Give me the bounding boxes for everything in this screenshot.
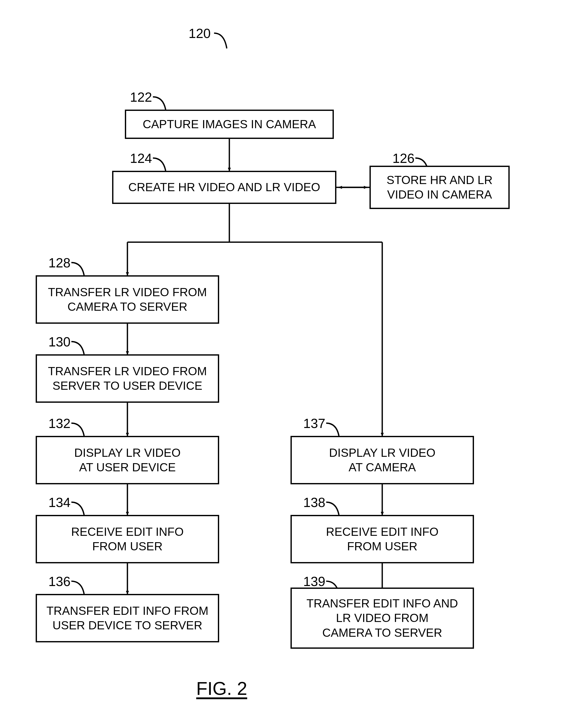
- node-receive-edit-camera: RECEIVE EDIT INFO FROM USER: [290, 515, 474, 563]
- node-capture-images: CAPTURE IMAGES IN CAMERA: [125, 110, 334, 139]
- node-transfer-edit-lr-camera-server: TRANSFER EDIT INFO AND LR VIDEO FROM CAM…: [290, 588, 474, 649]
- ref-137: 137: [303, 417, 325, 430]
- node-display-lr-device: DISPLAY LR VIDEO AT USER DEVICE: [36, 436, 219, 484]
- ref-138: 138: [303, 496, 325, 509]
- node-transfer-lr-camera-server: TRANSFER LR VIDEO FROM CAMERA TO SERVER: [36, 275, 219, 324]
- node-transfer-edit-device-server: TRANSFER EDIT INFO FROM USER DEVICE TO S…: [36, 594, 219, 642]
- ref-128: 128: [48, 256, 71, 269]
- node-display-lr-camera: DISPLAY LR VIDEO AT CAMERA: [290, 436, 474, 484]
- node-receive-edit-device: RECEIVE EDIT INFO FROM USER: [36, 515, 219, 563]
- node-store-in-camera: STORE HR AND LR VIDEO IN CAMERA: [369, 166, 510, 209]
- node-transfer-lr-server-device: TRANSFER LR VIDEO FROM SERVER TO USER DE…: [36, 354, 219, 403]
- figure-ref-label: 120: [189, 27, 211, 40]
- ref-132: 132: [48, 417, 71, 430]
- node-create-hr-lr: CREATE HR VIDEO AND LR VIDEO: [112, 171, 336, 204]
- ref-139: 139: [303, 575, 325, 588]
- ref-126: 126: [392, 152, 415, 165]
- ref-136: 136: [48, 575, 71, 588]
- flowchart-canvas: 120: [0, 0, 581, 728]
- ref-130: 130: [48, 335, 71, 348]
- figure-caption: FIG. 2: [196, 678, 247, 699]
- ref-124: 124: [130, 152, 152, 165]
- ref-134: 134: [48, 496, 71, 509]
- ref-122: 122: [130, 90, 152, 104]
